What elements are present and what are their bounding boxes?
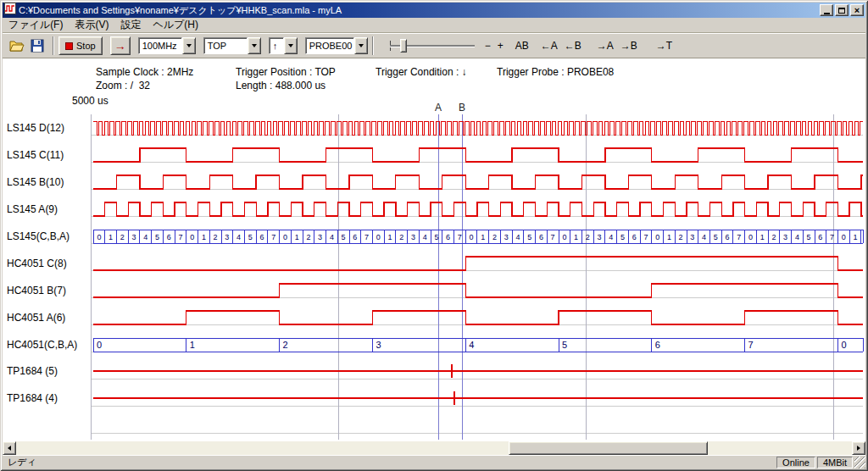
stop-icon (65, 42, 73, 50)
signal-label-ls145-bus[interactable]: LS145(C,B,A) (7, 230, 70, 242)
waveform-client (3, 58, 865, 441)
zoom-in-button[interactable]: + (494, 37, 507, 54)
menu-view[interactable]: 表示(V) (69, 17, 114, 33)
trigger-position-info: Trigger Position : TOP (236, 66, 336, 78)
signal-label-ls145-b10[interactable]: LS145 B(10) (7, 176, 64, 188)
titlebar[interactable]: C:¥Documents and Settings¥noname¥デスクトップ¥… (3, 3, 865, 18)
scroll-right-button[interactable] (852, 441, 865, 455)
toolbar-separator (53, 36, 54, 55)
trigger-condition-info: Trigger Condition : ↓ (376, 66, 467, 78)
menu-settings[interactable]: 設定 (114, 17, 147, 33)
save-button[interactable] (28, 36, 47, 55)
goto-cursor-a-left-button[interactable]: ←A (537, 37, 561, 54)
menu-file[interactable]: ファイル(F) (3, 17, 69, 33)
signal-label-tp1684-4[interactable]: TP1684 (4) (7, 392, 58, 404)
signal-label-ls145-d12[interactable]: LS145 D(12) (7, 122, 64, 134)
signal-label-hc4051-b7[interactable]: HC4051 B(7) (7, 285, 66, 296)
signal-label-ls145-c11[interactable]: LS145 C(11) (7, 149, 64, 161)
zoom-slider[interactable] (390, 37, 475, 54)
slider-thumb[interactable] (400, 39, 407, 53)
scrollbar-thumb[interactable] (509, 441, 708, 455)
status-memory: 4MBit (817, 457, 853, 468)
maximize-icon (838, 8, 845, 14)
run-arrow-icon: → (114, 39, 126, 53)
signal-label-hc4051-bus[interactable]: HC4051(C,B,A) (7, 339, 77, 351)
app-window: C:¥Documents and Settings¥noname¥デスクトップ¥… (0, 0, 868, 471)
trigger-probe-value: PROBE00 (305, 37, 354, 54)
menubar: ファイル(F) 表示(V) 設定 ヘルプ(H) (3, 18, 865, 33)
signal-label-tp1684-5[interactable]: TP1684 (5) (7, 365, 58, 377)
signal-label-hc4051-a6[interactable]: HC4051 A(6) (7, 312, 65, 324)
status-text: レディ (3, 455, 775, 469)
minimize-button[interactable] (820, 4, 833, 16)
goto-cursor-b-left-button[interactable]: ←B (561, 37, 585, 54)
trigger-edge-select[interactable]: ↑ (269, 37, 298, 54)
length-info: Length : 488.000 us (236, 80, 326, 91)
cursor-b-label[interactable]: B (457, 102, 467, 114)
chevron-down-icon[interactable] (354, 37, 368, 54)
window-controls: × (820, 4, 864, 16)
scroll-left-icon (8, 446, 11, 451)
stop-button[interactable]: Stop (58, 36, 103, 55)
run-button[interactable]: → (110, 36, 131, 55)
scroll-right-icon (857, 446, 860, 451)
open-button[interactable] (8, 36, 26, 55)
trigger-edge-value: ↑ (269, 37, 284, 54)
sample-clock-value: 100MHz (138, 37, 182, 54)
cursor-ab-button[interactable]: AB (512, 37, 532, 54)
trigger-probe-info: Trigger Probe : PROBE08 (497, 66, 614, 78)
goto-trigger-button[interactable]: →T (653, 37, 676, 54)
scrollbar-track[interactable] (16, 441, 852, 455)
window-title: C:¥Documents and Settings¥noname¥デスクトップ¥… (19, 4, 817, 17)
trigger-probe-select[interactable]: PROBE00 (305, 37, 368, 54)
minimize-icon (824, 13, 830, 14)
statusbar: レディ Online 4MBit (3, 455, 865, 468)
cursor-a-label[interactable]: A (433, 102, 443, 114)
trigger-position-value: TOP (203, 37, 248, 54)
goto-cursor-b-right-button[interactable]: →B (617, 37, 641, 54)
resize-grip[interactable] (854, 457, 865, 468)
sample-clock-info: Sample Clock : 2MHz (96, 66, 193, 78)
maximize-button[interactable] (835, 4, 849, 16)
chevron-down-icon[interactable] (182, 37, 196, 54)
status-online: Online (776, 457, 815, 468)
trigger-position-select[interactable]: TOP (203, 37, 261, 54)
sample-clock-select[interactable]: 100MHz (138, 37, 196, 54)
zoom-info: Zoom : / 32 (96, 80, 150, 91)
signal-label-ls145-a9[interactable]: LS145 A(9) (7, 203, 58, 215)
stop-label: Stop (76, 41, 96, 51)
menu-help[interactable]: ヘルプ(H) (147, 17, 204, 33)
horizontal-scrollbar[interactable] (3, 441, 865, 455)
zoom-out-button[interactable]: − (481, 37, 494, 54)
chevron-down-icon[interactable] (284, 37, 298, 54)
open-folder-icon (9, 39, 25, 53)
toolbar-separator (372, 36, 374, 55)
chevron-down-icon[interactable] (248, 37, 261, 54)
save-floppy-icon (31, 39, 44, 53)
goto-cursor-a-right-button[interactable]: →A (593, 37, 617, 54)
toolbar: Stop → 100MHz TOP ↑ PROBE00 − + AB ←A ←B (3, 33, 865, 58)
signal-label-hc4051-c8[interactable]: HC4051 C(8) (7, 258, 67, 269)
scroll-left-button[interactable] (3, 441, 16, 455)
close-button[interactable]: × (850, 4, 864, 16)
close-icon: × (854, 6, 860, 14)
app-icon (4, 3, 16, 18)
timescale-label: 5000 us (72, 95, 108, 107)
